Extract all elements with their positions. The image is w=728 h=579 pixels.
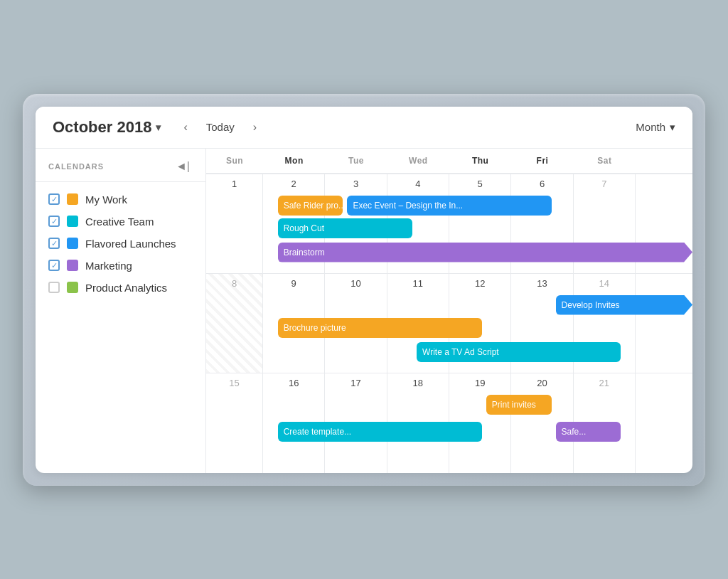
day-header-thu: Thu bbox=[449, 149, 511, 173]
event-brochure-picture[interactable]: Brochure picture bbox=[278, 318, 482, 338]
week-row-2: 8 9 10 11 12 13 bbox=[206, 274, 692, 373]
today-button[interactable]: Today bbox=[200, 118, 240, 136]
day-number-9: 9 bbox=[266, 278, 321, 289]
sidebar-header: CALENDARS ◄| bbox=[36, 149, 205, 182]
calendar-grid: Sun Mon Tue Wed Thu Fri Sat 1 2 bbox=[206, 149, 692, 473]
day-number-17: 17 bbox=[328, 378, 383, 388]
day-number-2: 2 bbox=[266, 179, 321, 189]
label-marketing: Marketing bbox=[85, 260, 132, 272]
label-flavored-launches: Flavored Launches bbox=[85, 238, 176, 250]
event-tv-ad-script[interactable]: Write a TV Ad Script bbox=[417, 342, 621, 362]
outer-frame: October 2018 ▾ ‹ Today › Month ▾ CALENDA… bbox=[23, 94, 705, 486]
day-number-15: 15 bbox=[209, 378, 259, 388]
day-header-fri: Fri bbox=[511, 149, 573, 173]
color-dot-product-analytics bbox=[67, 282, 78, 293]
day-header-sat: Sat bbox=[574, 149, 636, 173]
week-row-1: 1 2 3 4 5 6 bbox=[206, 174, 692, 274]
day-number-6: 6 bbox=[514, 179, 569, 189]
day-number-4: 4 bbox=[390, 179, 446, 189]
calendar-item-creative-team[interactable]: ✓ Creative Team bbox=[48, 216, 193, 228]
day-cell-15: 15 bbox=[206, 373, 263, 473]
label-creative-team: Creative Team bbox=[85, 216, 154, 228]
day-number-12: 12 bbox=[452, 278, 508, 289]
label-my-work: My Work bbox=[85, 193, 127, 206]
event-create-template[interactable]: Create template... bbox=[278, 422, 482, 442]
day-number-1: 1 bbox=[209, 179, 259, 189]
day-number-19: 19 bbox=[452, 378, 508, 388]
day-number-11: 11 bbox=[390, 278, 446, 289]
title-dropdown-icon[interactable]: ▾ bbox=[156, 122, 161, 133]
day-number-18: 18 bbox=[390, 378, 446, 388]
day-number-3: 3 bbox=[328, 179, 383, 189]
calendar-item-marketing[interactable]: ✓ Marketing bbox=[48, 260, 193, 272]
checkbox-flavored-launches[interactable]: ✓ bbox=[48, 238, 60, 249]
calendar-item-flavored-launches[interactable]: ✓ Flavored Launches bbox=[48, 238, 193, 250]
event-develop-invites[interactable]: Develop Invites bbox=[556, 295, 692, 315]
event-safe-rider[interactable]: Safe Rider pro... bbox=[278, 196, 343, 216]
next-button[interactable]: › bbox=[247, 118, 262, 137]
month-year-label: October 2018 bbox=[53, 118, 151, 137]
checkbox-product-analytics[interactable] bbox=[48, 282, 60, 293]
checkbox-creative-team[interactable]: ✓ bbox=[48, 216, 60, 227]
event-print-invites[interactable]: Print invites bbox=[486, 395, 552, 415]
label-product-analytics: Product Analytics bbox=[85, 282, 167, 294]
calendar-title: October 2018 ▾ bbox=[53, 118, 161, 137]
sidebar: CALENDARS ◄| ✓ My Work ✓ Creative Team bbox=[36, 149, 206, 473]
day-header-sun: Sun bbox=[206, 149, 263, 173]
prev-button[interactable]: ‹ bbox=[178, 118, 193, 137]
day-number-21: 21 bbox=[577, 378, 632, 388]
calendar-item-product-analytics[interactable]: Product Analytics bbox=[48, 282, 193, 294]
event-brainstorm[interactable]: Brainstorm bbox=[278, 243, 692, 262]
day-number-7: 7 bbox=[577, 179, 632, 189]
view-dropdown-icon: ▾ bbox=[670, 121, 675, 134]
nav-controls: ‹ Today › bbox=[178, 118, 262, 137]
color-dot-flavored-launches bbox=[67, 238, 78, 249]
checkbox-marketing[interactable]: ✓ bbox=[48, 260, 60, 271]
color-dot-creative-team bbox=[67, 216, 78, 227]
day-cell-1: 1 bbox=[206, 174, 263, 273]
day-number-5: 5 bbox=[452, 179, 508, 189]
collapse-button[interactable]: ◄| bbox=[173, 159, 193, 174]
calendar-list: ✓ My Work ✓ Creative Team ✓ Flavored Lau… bbox=[36, 182, 205, 305]
checkbox-my-work[interactable]: ✓ bbox=[48, 193, 60, 205]
event-rough-cut[interactable]: Rough Cut bbox=[278, 218, 412, 238]
day-header-wed: Wed bbox=[387, 149, 449, 173]
day-header-mon: Mon bbox=[263, 149, 325, 173]
calendar-item-my-work[interactable]: ✓ My Work bbox=[48, 193, 193, 206]
day-number-16: 16 bbox=[266, 378, 321, 388]
week-row-3: 15 16 17 18 19 20 bbox=[206, 373, 692, 473]
day-header-tue: Tue bbox=[325, 149, 387, 173]
day-number-13: 13 bbox=[514, 278, 569, 289]
color-dot-marketing bbox=[67, 260, 78, 271]
day-number-14: 14 bbox=[577, 278, 632, 289]
calendar-container: October 2018 ▾ ‹ Today › Month ▾ CALENDA… bbox=[36, 107, 692, 473]
calendar-header: October 2018 ▾ ‹ Today › Month ▾ bbox=[36, 107, 692, 149]
view-label: Month bbox=[636, 121, 665, 133]
calendar-body: CALENDARS ◄| ✓ My Work ✓ Creative Team bbox=[36, 149, 692, 473]
day-cell-8: 8 bbox=[206, 274, 263, 373]
grid-header: Sun Mon Tue Wed Thu Fri Sat bbox=[206, 149, 692, 174]
calendars-section-label: CALENDARS bbox=[48, 162, 104, 171]
day-number-8: 8 bbox=[209, 278, 259, 289]
view-selector[interactable]: Month ▾ bbox=[636, 121, 675, 134]
event-exec-event[interactable]: Exec Event – Design the In... bbox=[347, 196, 551, 216]
day-number-20: 20 bbox=[514, 378, 569, 388]
event-safe-short[interactable]: Safe... bbox=[556, 422, 621, 442]
day-number-10: 10 bbox=[328, 278, 383, 289]
color-dot-my-work bbox=[67, 193, 78, 205]
